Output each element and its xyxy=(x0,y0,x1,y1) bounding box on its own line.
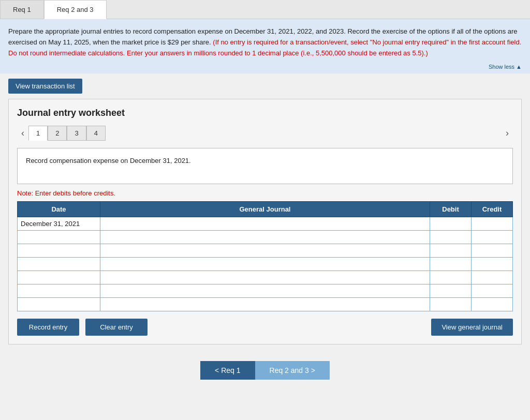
journal-input-2[interactable] xyxy=(100,244,430,257)
journal-cell-3 xyxy=(100,258,430,271)
credit-input-6[interactable] xyxy=(472,298,512,311)
debit-input-1[interactable] xyxy=(430,231,471,244)
date-cell-2 xyxy=(18,244,100,258)
debit-cell-1 xyxy=(430,231,472,244)
date-input-2[interactable] xyxy=(21,244,100,257)
credit-cell-0 xyxy=(472,217,513,231)
journal-input-3[interactable] xyxy=(100,258,430,271)
credit-input-5[interactable] xyxy=(472,284,512,297)
step-prev-arrow[interactable]: ‹ xyxy=(17,126,28,141)
debit-input-6[interactable] xyxy=(430,298,471,311)
header-date: Date xyxy=(18,202,100,217)
header-debit: Debit xyxy=(430,202,472,217)
journal-cell-0 xyxy=(100,217,430,231)
clear-entry-button[interactable]: Clear entry xyxy=(85,319,148,336)
journal-input-1[interactable] xyxy=(100,231,430,244)
instructions-box: Prepare the appropriate journal entries … xyxy=(0,19,530,63)
credit-input-0[interactable] xyxy=(472,217,512,230)
debit-cell-0 xyxy=(430,217,472,231)
credit-input-3[interactable] xyxy=(472,258,512,271)
view-general-journal-button[interactable]: View general journal xyxy=(431,319,513,336)
debit-input-4[interactable] xyxy=(430,271,471,284)
journal-cell-1 xyxy=(100,231,430,244)
journal-input-5[interactable] xyxy=(100,284,430,297)
table-row xyxy=(18,244,513,258)
date-input-6[interactable] xyxy=(21,298,100,311)
top-tabs: Req 1 Req 2 and 3 xyxy=(0,0,530,19)
bottom-navigation: < Req 1 Req 2 and 3 > xyxy=(0,353,530,390)
note-text: Note: Enter debits before credits. xyxy=(17,189,513,197)
date-cell-0: December 31, 2021 xyxy=(18,217,100,231)
table-row xyxy=(18,284,513,298)
date-cell-1 xyxy=(18,231,100,244)
description-text: Record compensation expense on December … xyxy=(26,157,191,164)
header-credit: Credit xyxy=(472,202,513,217)
table-row xyxy=(18,231,513,244)
view-transaction-bar: View transaction list xyxy=(0,73,530,99)
table-row xyxy=(18,298,513,311)
worksheet-title: Journal entry worksheet xyxy=(17,108,513,118)
action-buttons: Record entry Clear entry View general jo… xyxy=(17,319,513,336)
journal-input-6[interactable] xyxy=(100,298,430,311)
date-input-3[interactable] xyxy=(21,258,100,271)
credit-input-4[interactable] xyxy=(472,271,512,284)
debit-cell-2 xyxy=(430,244,472,258)
date-cell-5 xyxy=(18,284,100,298)
journal-input-4[interactable] xyxy=(100,271,430,284)
step-next-arrow[interactable]: › xyxy=(502,126,513,141)
worksheet-container: Journal entry worksheet ‹ 1 2 3 4 › Reco… xyxy=(8,99,522,344)
credit-cell-1 xyxy=(472,231,513,244)
step-tab-3[interactable]: 3 xyxy=(67,126,86,141)
step-tab-4[interactable]: 4 xyxy=(86,126,106,141)
journal-cell-5 xyxy=(100,284,430,298)
show-less-button[interactable]: Show less ▲ xyxy=(0,63,530,73)
credit-cell-3 xyxy=(472,258,513,271)
debit-input-3[interactable] xyxy=(430,258,471,271)
date-cell-6 xyxy=(18,298,100,311)
credit-cell-4 xyxy=(472,271,513,284)
credit-cell-6 xyxy=(472,298,513,311)
credit-cell-2 xyxy=(472,244,513,258)
record-entry-button[interactable]: Record entry xyxy=(17,319,79,336)
step-navigation: ‹ 1 2 3 4 › xyxy=(17,126,513,141)
debit-input-2[interactable] xyxy=(430,244,471,257)
view-transaction-button[interactable]: View transaction list xyxy=(8,79,82,94)
table-row xyxy=(18,258,513,271)
debit-cell-5 xyxy=(430,284,472,298)
journal-cell-6 xyxy=(100,298,430,311)
tab-req1[interactable]: Req 1 xyxy=(0,0,44,19)
date-cell-3 xyxy=(18,258,100,271)
table-row xyxy=(18,271,513,284)
description-box: Record compensation expense on December … xyxy=(17,148,513,184)
debit-input-0[interactable] xyxy=(430,217,471,230)
tab-req2and3[interactable]: Req 2 and 3 xyxy=(44,0,107,19)
table-row: December 31, 2021 xyxy=(18,217,513,231)
date-input-1[interactable] xyxy=(21,231,100,244)
credit-cell-5 xyxy=(472,284,513,298)
debit-cell-3 xyxy=(430,258,472,271)
date-input-5[interactable] xyxy=(21,284,100,297)
journal-cell-2 xyxy=(100,244,430,258)
header-journal: General Journal xyxy=(100,202,430,217)
credit-input-2[interactable] xyxy=(472,244,512,257)
date-cell-4 xyxy=(18,271,100,284)
debit-input-5[interactable] xyxy=(430,284,471,297)
credit-input-1[interactable] xyxy=(472,231,512,244)
journal-cell-4 xyxy=(100,271,430,284)
journal-table: Date General Journal Debit Credit Decemb… xyxy=(17,201,513,311)
debit-cell-4 xyxy=(430,271,472,284)
step-tab-1[interactable]: 1 xyxy=(28,126,48,141)
bottom-prev-button[interactable]: < Req 1 xyxy=(200,361,255,380)
debit-cell-6 xyxy=(430,298,472,311)
step-tab-2[interactable]: 2 xyxy=(48,126,67,141)
bottom-next-button[interactable]: Req 2 and 3 > xyxy=(255,361,330,380)
date-input-4[interactable] xyxy=(21,271,100,284)
journal-input-0[interactable] xyxy=(100,217,430,230)
